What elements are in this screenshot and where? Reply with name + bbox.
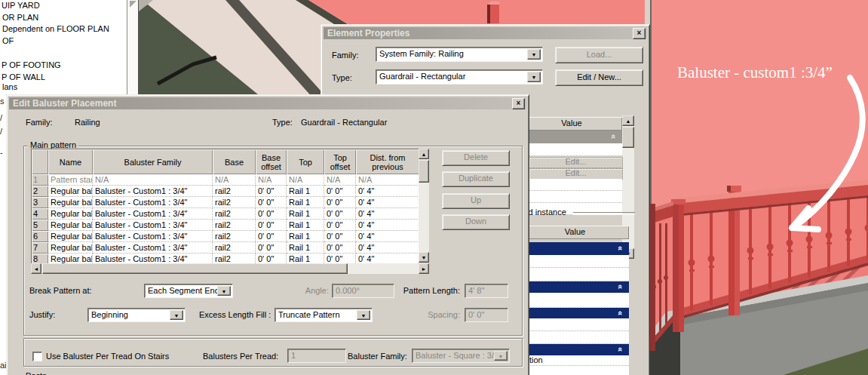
table-cell[interactable]: 0' 0"	[256, 242, 287, 254]
param-row[interactable]	[521, 366, 629, 375]
view-3d-right[interactable]	[645, 0, 868, 375]
param-group-row[interactable]: «	[521, 308, 629, 318]
row-number-cell[interactable]: 6	[32, 231, 48, 242]
table-cell[interactable]: Baluster - Custom1 : 3/4"	[93, 197, 213, 208]
table-cell[interactable]: Rail 1	[287, 197, 324, 208]
table-row[interactable]: 3Regular balBaluster - Custom1 : 3/4"rai…	[32, 197, 419, 208]
up-button[interactable]: Up	[442, 193, 510, 209]
table-cell[interactable]: Baluster - Custom1 : 3/4"	[93, 208, 213, 220]
table-cell[interactable]: Rail 1	[287, 208, 324, 220]
chevron-down-icon[interactable]: ▼	[527, 72, 541, 82]
table-cell[interactable]: Regular bal	[48, 231, 93, 242]
table-cell[interactable]: Baluster - Custom1 : 3/4"	[93, 220, 213, 231]
table-cell[interactable]: N/A	[213, 174, 256, 186]
scroll-thumb[interactable]	[622, 127, 634, 148]
table-cell[interactable]: 0' 0"	[324, 186, 356, 197]
edit-new-button[interactable]: Edit / New...	[555, 69, 643, 86]
table-cell[interactable]: rail2	[213, 242, 256, 254]
close-icon[interactable]: ×	[633, 28, 646, 39]
table-cell[interactable]: rail2	[213, 186, 256, 197]
tree-item[interactable]: OF	[2, 36, 14, 45]
tree-item[interactable]: OR PLAN	[2, 13, 38, 22]
edit-baluster-titlebar[interactable]: Edit Baluster Placement	[9, 97, 526, 109]
table-row[interactable]: 4Regular balBaluster - Custom1 : 3/4"rai…	[32, 208, 419, 220]
table-row[interactable]: 1Pattern starN/AN/AN/AN/AN/AN/A	[32, 174, 419, 186]
param-row[interactable]	[521, 179, 622, 191]
scroll-up-icon[interactable]: ▲	[622, 115, 634, 126]
tree-item[interactable]: UIP YARD	[2, 1, 40, 10]
param-group-row[interactable]: «	[521, 281, 629, 293]
table-cell[interactable]: Pattern star	[48, 174, 93, 186]
table-cell[interactable]: Regular bal	[48, 220, 93, 231]
table-cell[interactable]: 0' 4"	[356, 197, 419, 208]
down-button[interactable]: Down	[442, 214, 510, 230]
excess-length-dropdown[interactable]: Truncate Pattern ▼	[275, 308, 373, 322]
table-cell[interactable]: 0' 0"	[256, 231, 287, 242]
table-cell[interactable]: Regular bal	[48, 197, 93, 208]
table-cell[interactable]: rail2	[213, 208, 256, 220]
table-cell[interactable]: 0' 0"	[324, 220, 356, 231]
chevron-down-icon[interactable]: ▼	[170, 310, 183, 320]
table-cell[interactable]: 0' 0"	[324, 242, 356, 254]
table-cell[interactable]: 0' 0"	[256, 254, 287, 263]
table-hscrollbar[interactable]: ◄ ►	[31, 263, 429, 274]
scroll-down-icon[interactable]: ▼	[419, 252, 429, 263]
table-cell[interactable]: N/A	[324, 174, 356, 186]
row-number-cell[interactable]: 4	[32, 208, 48, 220]
table-cell[interactable]: Rail 1	[287, 220, 324, 231]
tree-item[interactable]: Dependent on FLOOR PLAN	[2, 24, 109, 33]
table-cell[interactable]: 0' 0"	[256, 197, 287, 208]
break-pattern-dropdown[interactable]: Each Segment End ▼	[144, 284, 233, 298]
row-number-cell[interactable]: 5	[32, 220, 48, 231]
param-row[interactable]	[521, 331, 629, 344]
edit-value-button[interactable]: Edit...	[529, 168, 623, 180]
tree-item[interactable]: lans	[2, 82, 17, 91]
table-cell[interactable]: rail2	[213, 231, 256, 242]
table-row[interactable]: 6Regular balBaluster - Custom1 : 3/4"rai…	[32, 231, 419, 242]
scroll-right-icon[interactable]: ►	[419, 263, 429, 274]
duplicate-button[interactable]: Duplicate	[442, 171, 510, 187]
column-header[interactable]: Top offset	[324, 149, 356, 174]
column-header[interactable]: Baluster Family	[93, 149, 213, 174]
row-number-cell[interactable]: 3	[32, 197, 48, 208]
table-cell[interactable]: rail2	[213, 197, 256, 208]
use-baluster-per-tread-checkbox[interactable]	[32, 352, 42, 361]
baluster-family-dropdown[interactable]: Baluster - Square : 3/4" ▼	[412, 349, 510, 363]
chevron-down-icon[interactable]: ▼	[527, 49, 541, 60]
table-cell[interactable]: Baluster - Custom1 : 3/4"	[93, 242, 213, 254]
table-cell[interactable]: Regular bal	[48, 254, 93, 263]
table-cell[interactable]: 0' 0"	[324, 208, 356, 220]
chevron-down-icon[interactable]: ▼	[357, 310, 370, 320]
delete-button[interactable]: Delete	[442, 150, 510, 166]
param-group-row[interactable]: «	[521, 242, 629, 255]
chevron-down-icon[interactable]: ▼	[217, 286, 231, 296]
table-row[interactable]: 7Regular balBaluster - Custom1 : 3/4"rai…	[32, 242, 419, 254]
scroll-left-icon[interactable]: ◄	[31, 263, 41, 274]
table-cell[interactable]: Rail 1	[287, 242, 324, 254]
param-row[interactable]	[521, 143, 622, 156]
table-cell[interactable]: 0' 0"	[256, 208, 287, 220]
column-header[interactable]: Base offset	[256, 149, 287, 174]
column-header[interactable]: Base	[213, 149, 256, 174]
row-number-cell[interactable]: 7	[32, 242, 48, 254]
table-row[interactable]: 8Regular balBaluster - Custom1 : 3/4"rai…	[32, 254, 419, 263]
table-cell[interactable]: rail2	[213, 254, 256, 263]
close-icon[interactable]: ×	[512, 98, 525, 109]
param-row[interactable]	[521, 255, 629, 268]
table-cell[interactable]: 0' 4"	[356, 254, 419, 263]
table-cell[interactable]: Baluster - Custom1 : 3/4"	[93, 186, 213, 197]
table-cell[interactable]: Rail 1	[287, 254, 324, 263]
table-cell[interactable]: Baluster - Custom1 : 3/4"	[93, 254, 213, 263]
table-cell[interactable]: N/A	[256, 174, 287, 186]
param-row[interactable]	[521, 318, 629, 331]
table-cell[interactable]: Regular bal	[48, 208, 93, 220]
table-cell[interactable]: 0' 4"	[356, 186, 419, 197]
scroll-thumb[interactable]	[42, 263, 348, 274]
column-header[interactable]: Name	[48, 149, 93, 174]
tree-item[interactable]: P OF FOOTING	[2, 60, 61, 69]
table-cell[interactable]: 0' 4"	[356, 242, 419, 254]
table-cell[interactable]: 0' 4"	[356, 208, 419, 220]
row-number-cell[interactable]: 1	[32, 174, 48, 186]
table-cell[interactable]: 0' 0"	[324, 231, 356, 242]
table-cell[interactable]: rail2	[213, 220, 256, 231]
